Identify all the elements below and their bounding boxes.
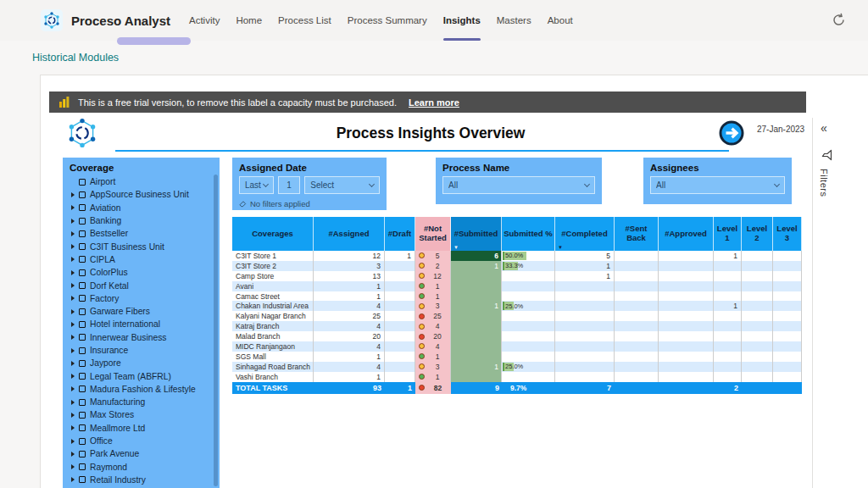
tab-masters[interactable]: Masters — [497, 0, 531, 41]
column-header-sentback[interactable]: #Sent Back — [615, 217, 659, 251]
table-row[interactable]: Kalyani Nagar Branch2525 — [232, 311, 802, 321]
coverage-item[interactable]: Max Stores — [70, 408, 220, 421]
checkbox[interactable] — [79, 334, 86, 341]
checkbox[interactable] — [79, 438, 86, 445]
coverage-item[interactable]: Garware Fibers — [70, 305, 220, 318]
column-header-level3[interactable]: Level 3 — [773, 217, 802, 251]
expand-caret-icon[interactable] — [71, 439, 75, 444]
checkbox[interactable] — [79, 230, 86, 237]
column-header-notstarted[interactable]: #Not Started — [415, 217, 451, 251]
expand-caret-icon[interactable] — [71, 425, 75, 430]
expand-caret-icon[interactable] — [71, 335, 75, 340]
filter-funnel-icon[interactable] — [822, 150, 832, 161]
checkbox[interactable] — [79, 360, 86, 367]
coverage-item[interactable]: Aviation — [70, 202, 220, 214]
tab-activity[interactable]: Activity — [189, 0, 220, 41]
coverage-item[interactable]: Manufacturing — [70, 396, 220, 408]
expand-caret-icon[interactable] — [71, 283, 75, 288]
column-header-approved[interactable]: #Approved — [659, 217, 714, 251]
tab-about[interactable]: About — [548, 0, 573, 41]
tab-home[interactable]: Home — [236, 0, 262, 41]
coverage-item[interactable]: Airport — [70, 175, 220, 188]
expand-caret-icon[interactable] — [71, 309, 75, 314]
column-header-name[interactable]: Coverages — [232, 217, 314, 251]
coverage-item[interactable]: Madura Fashion & Lifestyle — [70, 383, 220, 396]
coverage-item[interactable]: Raymond — [70, 461, 220, 474]
expand-caret-icon[interactable] — [71, 270, 75, 275]
sort-desc-icon[interactable]: ▼ — [558, 245, 563, 251]
expand-caret-icon[interactable] — [71, 386, 75, 391]
coverage-item[interactable]: CIPLA — [70, 253, 220, 266]
coverage-item[interactable]: Factory — [70, 292, 220, 305]
checkbox[interactable] — [79, 191, 86, 198]
expand-caret-icon[interactable] — [71, 322, 75, 327]
coverage-item[interactable]: Banking — [70, 214, 220, 227]
coverage-item[interactable]: Legal Team (ABFRL) — [70, 369, 220, 382]
coverage-item[interactable]: Park Avenue — [70, 447, 220, 460]
expand-caret-icon[interactable] — [71, 413, 75, 418]
process-name-select[interactable]: All — [442, 176, 595, 194]
table-row[interactable]: Katraj Branch44 — [232, 321, 802, 331]
checkbox[interactable] — [79, 295, 86, 302]
expand-caret-icon[interactable] — [71, 361, 75, 366]
expand-caret-icon[interactable] — [71, 296, 75, 301]
coverage-item[interactable]: Bestseller — [70, 227, 220, 240]
table-row[interactable]: Chakan Industrial Area43125.0%1 — [232, 301, 802, 311]
coverage-item[interactable]: Dorf Ketal — [70, 279, 220, 291]
coverage-item[interactable]: Retail Industry — [70, 474, 220, 486]
table-row[interactable]: Camac Street11 — [232, 291, 802, 302]
column-header-level2[interactable]: Level 2 — [742, 217, 773, 251]
table-row[interactable]: Vashi Branch11 — [232, 372, 802, 382]
refresh-icon[interactable] — [832, 13, 846, 27]
coverage-item[interactable]: Hotel international — [70, 318, 220, 330]
table-row[interactable]: Avani11 — [232, 281, 802, 291]
checkbox[interactable] — [79, 424, 86, 431]
historical-modules-link[interactable]: Historical Modules — [32, 52, 119, 64]
column-header-submitted[interactable]: #Submitted▼ — [451, 217, 502, 251]
checkbox[interactable] — [79, 204, 86, 211]
checkbox[interactable] — [79, 373, 86, 380]
checkbox[interactable] — [79, 243, 86, 250]
tab-process-summary[interactable]: Process Summary — [348, 0, 427, 41]
checkbox[interactable] — [79, 179, 86, 186]
checkbox[interactable] — [79, 321, 86, 328]
date-operator-select[interactable]: Last — [239, 176, 274, 194]
sort-desc-icon[interactable]: ▼ — [453, 245, 459, 251]
coverage-item[interactable]: Meallmore Ltd — [70, 422, 220, 435]
expand-caret-icon[interactable] — [71, 452, 75, 457]
expand-filters-chevron-icon[interactable]: « — [821, 121, 827, 135]
tab-insights[interactable]: Insights — [443, 0, 481, 41]
table-row[interactable]: Sinhagad Road Branch43125.0% — [232, 362, 802, 372]
coverage-item[interactable]: C3IT Business Unit — [70, 240, 220, 252]
table-row[interactable]: C3IT Store 232133.3%1 — [232, 261, 802, 271]
column-header-draft[interactable]: #Draft — [385, 217, 415, 251]
checkbox[interactable] — [79, 269, 86, 276]
expand-caret-icon[interactable] — [71, 192, 75, 197]
learn-more-link[interactable]: Learn more — [409, 97, 459, 108]
checkbox[interactable] — [79, 476, 86, 483]
checkbox[interactable] — [79, 385, 86, 392]
coverage-item[interactable]: Office — [70, 435, 220, 447]
checkbox[interactable] — [79, 282, 86, 289]
table-row[interactable]: Malad Branch2020 — [232, 331, 802, 341]
table-row[interactable]: C3IT Store 11215650.0%51 — [232, 251, 802, 261]
checkbox[interactable] — [79, 256, 86, 263]
table-row[interactable]: Camp Store13121 — [232, 271, 802, 281]
checkbox[interactable] — [79, 463, 86, 470]
expand-caret-icon[interactable] — [71, 374, 75, 379]
checkbox[interactable] — [79, 347, 86, 354]
date-unit-select[interactable]: Select — [304, 176, 380, 194]
column-header-assigned[interactable]: #Assigned — [314, 217, 385, 251]
coverage-item[interactable]: AppSource Business Unit — [70, 188, 220, 201]
assignees-select[interactable]: All — [650, 176, 785, 194]
table-row[interactable]: MIDC Ranjangaon44 — [232, 341, 802, 352]
coverage-item[interactable]: Insurance — [70, 344, 220, 357]
checkbox[interactable] — [79, 412, 86, 419]
table-row[interactable]: SGS Mall11 — [232, 352, 802, 362]
expand-caret-icon[interactable] — [71, 464, 75, 469]
coverage-scrollbar[interactable] — [214, 175, 218, 486]
expand-caret-icon[interactable] — [71, 205, 75, 210]
next-page-arrow-button[interactable] — [718, 119, 745, 147]
coverage-item[interactable]: Innerwear Business — [70, 331, 220, 344]
date-value-input[interactable]: 1 — [278, 176, 300, 194]
